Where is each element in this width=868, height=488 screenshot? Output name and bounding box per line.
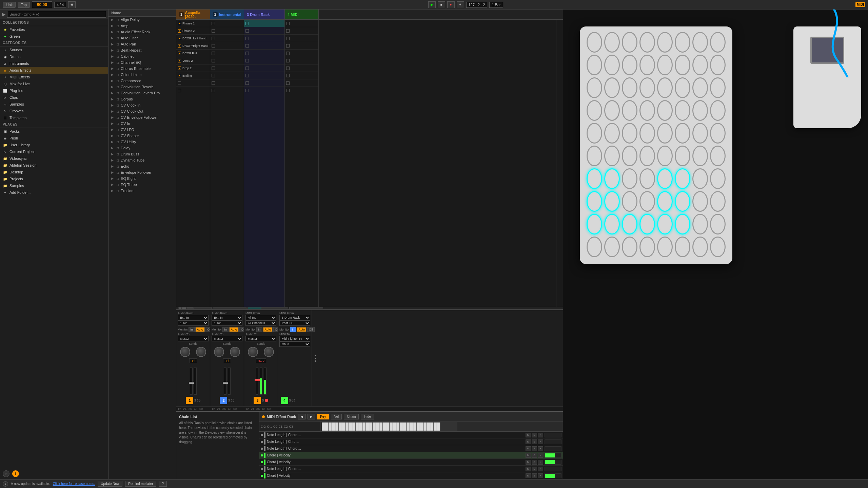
pad-button[interactable]: [675, 237, 690, 257]
monitor-auto-btn-4[interactable]: Auto: [297, 327, 307, 332]
clip-slot[interactable]: [285, 27, 318, 35]
pad-button[interactable]: [622, 168, 637, 189]
chain-midi-btn[interactable]: M: [526, 473, 531, 478]
chain-solo-btn[interactable]: S: [532, 460, 537, 465]
fader-track-2[interactable]: [224, 368, 226, 395]
pad-button[interactable]: [657, 77, 673, 98]
file-item-cv-clock-out[interactable]: ▶ □ CV Clock Out: [108, 108, 176, 114]
track-header-drum-rack[interactable]: 3 Drum Rack: [244, 10, 285, 19]
file-item-color-limiter[interactable]: ▶ □ Color Limiter: [108, 72, 176, 78]
pad-button[interactable]: [710, 191, 726, 212]
clip-trigger[interactable]: [245, 37, 249, 40]
channel-num-1[interactable]: 1: [186, 397, 193, 404]
channel-num-2[interactable]: 2: [220, 397, 227, 404]
file-item-cv-lfo[interactable]: ▶ □ CV LFO: [108, 127, 176, 133]
chain-solo-btn[interactable]: S: [532, 453, 537, 458]
pad-button[interactable]: [692, 100, 708, 121]
clip-slot[interactable]: [285, 35, 318, 42]
file-item-cv-envelope[interactable]: ▶ □ CV Envelope Follower: [108, 114, 176, 120]
rack-nav-next[interactable]: ▶: [308, 414, 315, 419]
rack-tab-vel[interactable]: Vel: [331, 414, 342, 419]
chain-row-5[interactable]: Note Length | Chord ... M S ×: [259, 466, 563, 472]
release-notes-link[interactable]: Click here for release notes.: [53, 482, 95, 486]
browser-back-btn[interactable]: ▶: [2, 12, 6, 17]
add-button[interactable]: +: [457, 1, 464, 8]
browser-info-btn[interactable]: i: [12, 470, 19, 477]
audio-from-sub-2[interactable]: 1 1/2: [212, 320, 242, 326]
pad-button[interactable]: [639, 191, 655, 212]
send-b-knob-1[interactable]: [196, 347, 206, 357]
audio-from-select-1[interactable]: Ext. In: [178, 315, 209, 320]
file-item-conv-reverb-pro[interactable]: ▶ □ Convolution...everb Pro: [108, 90, 176, 96]
pad-button[interactable]: [675, 214, 690, 234]
clip-trigger[interactable]: [245, 67, 249, 70]
track-header-instrumental[interactable]: 2 Instrumental: [210, 10, 244, 19]
clip-slot[interactable]: ▶ DROP+Right Hand: [176, 42, 210, 50]
file-item-conv-reverb[interactable]: ▶ □ Convolution Reverb: [108, 84, 176, 90]
pad-button[interactable]: [639, 55, 655, 75]
clip-slot[interactable]: ▶ DROP+Left Hand: [176, 35, 210, 42]
pad-button[interactable]: [692, 146, 708, 166]
channel-num-3[interactable]: 3: [254, 397, 261, 404]
chain-delete-btn[interactable]: ×: [538, 467, 543, 471]
chain-solo-btn[interactable]: S: [532, 439, 537, 444]
chain-delete-btn[interactable]: ×: [538, 473, 543, 478]
clip-trigger[interactable]: [212, 37, 215, 40]
empty-trigger[interactable]: [212, 89, 215, 92]
clip-trigger[interactable]: [212, 59, 215, 62]
chain-delete-btn[interactable]: ×: [538, 460, 543, 465]
empty-trigger[interactable]: [245, 89, 249, 92]
link-button[interactable]: Link: [3, 2, 16, 8]
pad-button[interactable]: [657, 100, 673, 121]
file-item-compressor[interactable]: ▶ □ Compressor: [108, 78, 176, 84]
file-item-channel-eq[interactable]: ▶ □ Channel EQ: [108, 59, 176, 65]
chain-delete-btn[interactable]: ×: [538, 433, 543, 437]
clip-trigger[interactable]: ▶: [178, 67, 181, 70]
sidebar-item-drums[interactable]: ◉ Drums: [0, 53, 108, 60]
midi-channel-select[interactable]: All Channels: [245, 320, 276, 326]
clip-trigger[interactable]: [245, 22, 249, 25]
file-item-delay[interactable]: ▶ □ Delay: [108, 145, 176, 151]
clip-slot[interactable]: [244, 57, 284, 64]
file-item-cv-utility[interactable]: ▶ □ CV Utility: [108, 139, 176, 145]
audio-to-select-2[interactable]: Master: [212, 336, 242, 341]
browser-expand-btn[interactable]: ◎: [3, 470, 9, 477]
midi-to-select-4[interactable]: Midi Fighter 64: [279, 336, 310, 341]
chain-row-1[interactable]: Note Length | Chrd ... M S ×: [259, 438, 563, 445]
file-item-dynamic-tube[interactable]: ▶ □ Dynamic Tube: [108, 157, 176, 163]
pad-button[interactable]: [675, 32, 690, 53]
track-scrollbar[interactable]: [556, 20, 563, 307]
clip-slot[interactable]: ▶ Verse 2: [176, 57, 210, 64]
browser-item-favorites[interactable]: ★ Favorites: [0, 26, 108, 33]
chain-solo-btn[interactable]: S: [532, 446, 537, 451]
clip-trigger[interactable]: [212, 74, 215, 77]
pad-button[interactable]: [604, 237, 620, 257]
pad-button[interactable]: [692, 77, 708, 98]
midi-from-select-4[interactable]: 3-Drum Rack: [279, 315, 310, 320]
clip-trigger[interactable]: [212, 29, 215, 33]
file-item-audio-effect-rack[interactable]: ▶ □ Audio Effect Rack: [108, 29, 176, 35]
pad-button[interactable]: [622, 191, 637, 212]
fader-thumb-2[interactable]: [223, 382, 228, 384]
clip-slot-empty[interactable]: [244, 79, 284, 87]
clip-trigger[interactable]: ▶: [178, 37, 181, 40]
clip-trigger[interactable]: [286, 59, 290, 62]
pad-button[interactable]: [657, 146, 673, 166]
chain-enable-dot[interactable]: [261, 454, 263, 456]
clip-trigger[interactable]: [245, 44, 249, 48]
clip-slot[interactable]: ▶ Ending: [176, 72, 210, 79]
clip-slot-empty[interactable]: [285, 79, 318, 87]
pad-button[interactable]: [675, 168, 690, 189]
sidebar-item-clips[interactable]: ▷ Clips: [0, 94, 108, 101]
sidebar-item-user-library[interactable]: 📁 User Library: [0, 142, 108, 148]
pad-button[interactable]: [692, 55, 708, 75]
file-item-erosion[interactable]: ▶ □ Erosion: [108, 188, 176, 194]
pad-button[interactable]: [622, 123, 637, 144]
clip-slot-empty[interactable]: [176, 79, 210, 87]
clip-slot[interactable]: [244, 50, 284, 57]
sidebar-item-max-for-live[interactable]: ⬡ Max for Live: [0, 80, 108, 87]
clip-trigger[interactable]: [286, 22, 290, 25]
audio-from-sub-1[interactable]: 1 1/2: [178, 320, 209, 326]
chain-enable-dot[interactable]: [261, 441, 263, 443]
pad-button[interactable]: [622, 146, 637, 166]
